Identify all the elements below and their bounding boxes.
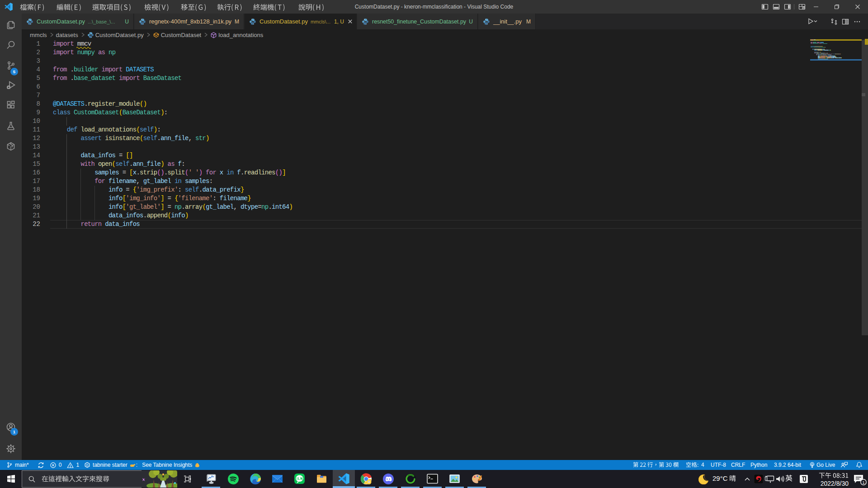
- svg-text:1: 1: [862, 480, 864, 485]
